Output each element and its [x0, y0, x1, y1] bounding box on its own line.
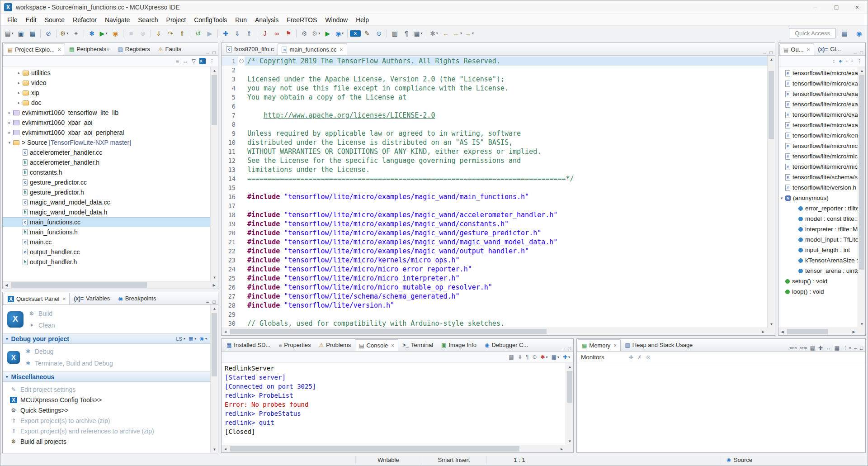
scroll-up-icon[interactable]: ▲: [768, 56, 775, 63]
run-icon[interactable]: ▶ ▾: [98, 28, 109, 39]
quick-settings-link[interactable]: ⚙ Quick Settings>>: [10, 405, 210, 415]
tab-image-info[interactable]: ▣ Image Info: [437, 339, 481, 351]
tree-item[interactable]: ▸ xip: [3, 88, 210, 98]
code-line[interactable]: 18 #include "tensorflow/lite/micro/examp…: [222, 210, 767, 219]
scroll-up-icon[interactable]: ▲: [211, 67, 218, 74]
tree-item[interactable]: ▸ doc: [3, 98, 210, 108]
menu-item[interactable]: File: [3, 16, 22, 24]
twisty-icon[interactable]: ▸: [16, 81, 22, 85]
run-config-icon[interactable]: ◉ ▾: [334, 28, 345, 39]
menu-item[interactable]: Analysis: [251, 16, 283, 24]
horizontal-scrollbar[interactable]: ◀ ▶: [222, 328, 767, 335]
tree-item[interactable]: ▸ evkmimxrt1060_xbar_aoi: [3, 118, 210, 128]
dropdown-arrow-icon[interactable]: ▾: [205, 337, 207, 341]
flag-icon[interactable]: ⚑: [283, 28, 294, 39]
export-icon[interactable]: ⇑: [244, 28, 255, 39]
menu-item[interactable]: Source: [41, 16, 69, 24]
tree-item[interactable]: output_handler.cc: [3, 247, 210, 257]
open-console-icon[interactable]: ✚ ▾: [563, 354, 570, 360]
tree-item[interactable]: magic_wand_model_data.cc: [3, 197, 210, 207]
code-line[interactable]: 22 #include "tensorflow/lite/micro/examp…: [222, 247, 767, 256]
code-line[interactable]: 27 #include "tensorflow/lite/schema/sche…: [222, 292, 767, 301]
code-line[interactable]: 10 distributed under the License is dist…: [222, 138, 767, 147]
menu-item[interactable]: Search: [134, 16, 162, 24]
display-console-icon[interactable]: ▦ ▾: [552, 354, 559, 360]
scroll-left-icon[interactable]: ◀: [3, 281, 10, 289]
tree-item[interactable]: gesture_predictor.cc: [3, 177, 210, 187]
menu-item[interactable]: FreeRTOS: [283, 16, 321, 24]
add-monitor-icon[interactable]: ✚: [629, 354, 633, 361]
code-line[interactable]: 26 #include "tensorflow/lite/micro/micro…: [222, 283, 767, 292]
twisty-icon[interactable]: ▾: [6, 140, 13, 145]
outline-item[interactable]: tensorflow/lite/micro/micro_error_report…: [778, 141, 858, 151]
minimize-panel-icon[interactable]: ‒: [206, 50, 209, 55]
linkserver-dropdown[interactable]: LS ▾: [176, 336, 185, 342]
link-with-editor-icon[interactable]: ↔: [183, 58, 188, 64]
mcux-config-tools-icon[interactable]: X: [350, 30, 361, 37]
menu-item[interactable]: Window: [321, 16, 352, 24]
minimize-panel-icon[interactable]: ‒: [854, 50, 856, 55]
code-line[interactable]: 20 #include "tensorflow/lite/micro/examp…: [222, 228, 767, 238]
outline-item[interactable]: setup() : void: [778, 276, 858, 286]
tab-global-variables[interactable]: (x)= Gl...: [814, 43, 845, 55]
scroll-right-icon[interactable]: ▶: [850, 328, 858, 335]
tab-problems[interactable]: ⚠ Problems: [315, 339, 355, 351]
menu-item[interactable]: Help: [352, 16, 373, 24]
code-line[interactable]: 17: [222, 201, 767, 210]
outline-item[interactable]: tensorflow/lite/version.h: [778, 182, 858, 193]
outline-item[interactable]: tensorflow/lite/micro/kernels/micro_ops.…: [778, 130, 858, 141]
maximize-panel-icon[interactable]: □: [860, 50, 863, 55]
resume-icon[interactable]: ▶: [204, 28, 215, 39]
miscellaneous-section-header[interactable]: ▾ Miscellaneous: [3, 371, 210, 382]
tree-item[interactable]: accelerometer_handler.h: [3, 157, 210, 167]
code-line[interactable]: 15: [222, 183, 767, 192]
build-link[interactable]: ⚙ Build: [28, 309, 55, 318]
vertical-scrollbar[interactable]: ▲ ▼: [566, 363, 573, 445]
dropdown-arrow-icon[interactable]: ▾: [421, 31, 423, 35]
scroll-up-icon[interactable]: ▲: [211, 305, 218, 312]
remove-monitor-icon[interactable]: ✗: [637, 354, 642, 361]
tree-item[interactable]: ▾ > Source [TensorFlowLite-NXP master]: [3, 138, 210, 147]
scroll-up-icon[interactable]: ▲: [566, 363, 573, 370]
dropdown-arrow-icon[interactable]: ▾: [12, 31, 14, 35]
code-editor[interactable]: 1 − /* Copyright 2019 The TensorFlow Aut…: [222, 56, 775, 335]
code-line[interactable]: 21 #include "tensorflow/lite/micro/examp…: [222, 238, 767, 247]
horizontal-scrollbar[interactable]: ◀ ▶: [778, 328, 858, 335]
scroll-down-icon[interactable]: ▼: [566, 437, 573, 445]
tab-main-functions[interactable]: c main_functions.cc ×: [278, 43, 347, 55]
close-icon[interactable]: ×: [340, 47, 343, 53]
twisty-icon[interactable]: ▸: [6, 110, 13, 115]
tab-memory[interactable]: ▦ Memory ×: [578, 339, 621, 351]
twisty-icon[interactable]: ▾: [778, 196, 785, 200]
fold-marker-icon[interactable]: −: [239, 59, 244, 63]
hide-fields-icon[interactable]: ●: [839, 58, 842, 64]
tree-item[interactable]: accelerometer_handler.cc: [3, 147, 210, 157]
vertical-scrollbar[interactable]: ▲ ▼: [767, 56, 775, 328]
scroll-lock-icon[interactable]: ⇓: [518, 354, 522, 360]
code-line[interactable]: 5 You may obtain a copy of the License a…: [222, 93, 767, 102]
switch-layout-icon[interactable]: ▦: [835, 345, 840, 351]
tree-item[interactable]: output_handler.h: [3, 257, 210, 267]
back-icon[interactable]: ← ▾: [452, 28, 463, 39]
tree-item[interactable]: gesture_predictor.h: [3, 187, 210, 197]
code-line[interactable]: 6: [222, 102, 767, 111]
forward-icon[interactable]: → ▾: [464, 28, 475, 39]
memory-monitors-area[interactable]: [577, 363, 865, 452]
tab-quickstart[interactable]: X Quickstart Panel ×: [4, 293, 70, 304]
code-line[interactable]: 3 Licensed under the Apache License, Ver…: [222, 75, 767, 84]
vertical-scrollbar[interactable]: ▲ ▼: [210, 67, 218, 281]
scroll-down-icon[interactable]: ▼: [211, 274, 218, 281]
code-line[interactable]: 19 #include "tensorflow/lite/micro/examp…: [222, 219, 767, 228]
tab-properties[interactable]: ≡ Properties: [274, 339, 315, 351]
maximize-panel-icon[interactable]: □: [860, 345, 863, 351]
save-all-icon[interactable]: ▦: [27, 28, 38, 39]
dropdown-arrow-icon[interactable]: ▾: [436, 31, 438, 35]
scroll-right-icon[interactable]: ▶: [210, 281, 218, 289]
terminate-icon[interactable]: ■: [126, 28, 137, 39]
code-line[interactable]: 25 #include "tensorflow/lite/micro/micro…: [222, 274, 767, 283]
tree-item[interactable]: ▸ evkmimxrt1060_xbar_aoi_peripheral: [3, 128, 210, 138]
outline-item[interactable]: model : const tflite::Model*: [778, 214, 858, 224]
build-icon[interactable]: ⚙ ▾: [59, 28, 70, 39]
tree-item[interactable]: main.cc: [3, 237, 210, 247]
new-wizard-icon[interactable]: ▤ ▾: [4, 28, 14, 39]
